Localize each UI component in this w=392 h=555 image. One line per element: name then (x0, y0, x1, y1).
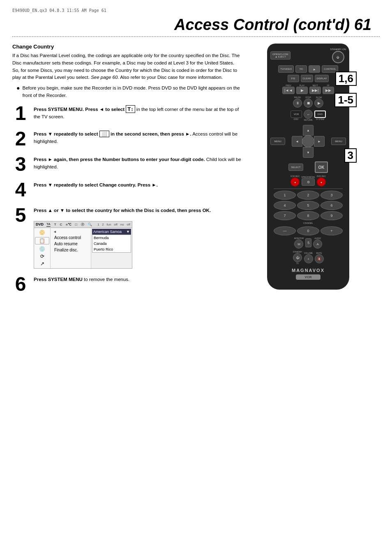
remote-vol-row: MONITOR M 5 AUDIO A (270, 237, 346, 249)
audio-button[interactable]: A (313, 240, 322, 249)
vol-group: VOLUME + (304, 252, 313, 263)
step-4: 4 Press ▼ repeatedly to select Change co… (12, 180, 242, 200)
display-button[interactable]: DISPLAY (315, 75, 329, 82)
step-5: 5 Press ▲ or ▼ to select the country for… (12, 205, 242, 269)
ff-button[interactable]: ▶▶ (323, 87, 334, 94)
screen-tab-ta: TA (46, 222, 51, 227)
ok-button[interactable]: OK (315, 161, 328, 173)
screen-top-bar: DVD TA T C n℃ □ Ⓟ 🔍 1 2 fun off no off (34, 221, 132, 228)
prev-button[interactable]: |◄◄ (282, 87, 295, 94)
d-pad-up-button[interactable]: ▲ (303, 125, 314, 136)
vcr-button[interactable]: VCR (291, 111, 302, 118)
d-pad-left-button[interactable]: ◄ (292, 136, 302, 147)
dvd-rec-button[interactable]: ● (317, 177, 326, 187)
remote-power-group: STANDBY·ON ⏻ (330, 48, 346, 63)
step-2-number: 2 (12, 129, 29, 149)
num-4-button[interactable]: 4 (274, 201, 296, 210)
screen-selected-country: American Samoa (93, 230, 122, 234)
screen-country-bermuda: Bermuda (92, 235, 131, 241)
screen-menu-access-control: Access control (53, 235, 88, 241)
step-6-text: Press SYSTEM MENU to remove the menus. (34, 274, 129, 283)
standby-button[interactable]: ⏻ (293, 253, 302, 262)
screen-dropdown-header: American Samoa ▼ (92, 229, 131, 235)
menu-left-button[interactable]: MENU (270, 138, 285, 145)
remote-model-label: VCR (296, 274, 321, 280)
num-8-button[interactable]: 8 (297, 211, 319, 220)
monitor-button[interactable]: M (294, 240, 303, 249)
stop-button[interactable]: ⏹ (304, 99, 313, 108)
play-center-button[interactable]: ▶ (309, 65, 320, 73)
bullet-icon: ● (16, 85, 20, 99)
slow-button[interactable]: ▶ (314, 99, 323, 108)
return-group: ↩ RETURN (304, 110, 313, 121)
play-group: PLAY ▶ (296, 84, 308, 94)
d-pad-center (302, 135, 314, 147)
screen-arrow-indicator: ◄ (53, 230, 88, 234)
num-1-button[interactable]: 1 (274, 191, 296, 200)
vcr-rec-button[interactable]: ● (291, 177, 300, 187)
step-4-number: 4 (12, 180, 29, 200)
d-pad: ▲ ◄ ► ▼ (292, 125, 325, 158)
num-dash-button[interactable]: — (274, 226, 296, 235)
menu-right-button[interactable]: MENU (331, 138, 346, 145)
pause-button[interactable]: ⏸ (293, 99, 302, 108)
bullet-text: Before you begin, make sure the Recorder… (22, 85, 242, 99)
num-2-button[interactable]: 2 (297, 191, 319, 200)
tc-button[interactable]: T/C (295, 65, 307, 73)
power-button[interactable]: ⏻ (332, 51, 344, 63)
return-button[interactable]: ↩ (304, 110, 313, 119)
screen-dvd-icon: DVD (36, 222, 44, 226)
select-button[interactable]: SELECT (288, 164, 303, 171)
screen-tab-t: T (54, 223, 56, 226)
num-pad-2: — 0 + (274, 226, 343, 235)
dvd-button[interactable]: DVD (314, 111, 326, 118)
num-6-button[interactable]: 6 (321, 201, 343, 210)
screen-menu-finalize-disc: Finalize disc. (53, 247, 88, 253)
screen-dropdown-list: Bermuda Canada Puerto Rico (92, 235, 131, 253)
step-1: 1 Press SYSTEM MENU. Press ◄ to select T… (12, 104, 242, 123)
remote-rec-row: VCR REC ● SPEED/MODE ⚙ DVD REC ● (270, 175, 346, 187)
screen-sidebar: 📀 📋 💿 ⟳ ↗ (34, 228, 51, 268)
prev-group: PREV |◄◄ (282, 84, 295, 94)
num-plus-button[interactable]: + (321, 226, 343, 235)
remote-channel-row: CHANNEL (270, 222, 346, 224)
fis-button[interactable]: FIS (288, 75, 299, 82)
remote-fis-row: FIS CLEAR DISPLAY (270, 75, 346, 82)
open-close-button[interactable]: OPEN/CLOSE▲ EJECT (270, 51, 291, 60)
vol-button[interactable]: + (304, 254, 313, 263)
screen-menu-auto-resume: Auto resume (53, 241, 88, 247)
content-area: Change Country If a Disc has Parental Le… (12, 44, 380, 300)
d-pad-down-button[interactable]: ▼ (303, 147, 314, 158)
screen-sidebar-disc-icon: 💿 (35, 246, 49, 252)
num-5-2-button[interactable]: 5 (305, 238, 311, 247)
next-group: NEXT ▶▶| (309, 84, 321, 94)
step-5-text: Press ▲ or ▼ to select the country for w… (34, 205, 211, 214)
screen-body: 📀 📋 💿 ⟳ ↗ ◄ Access c (34, 228, 132, 268)
num-3-button[interactable]: 3 (321, 191, 343, 200)
d-pad-right-button[interactable]: ► (314, 136, 325, 147)
play-button[interactable]: ▶ (296, 87, 308, 94)
clear-button[interactable]: CLEAR (301, 75, 313, 82)
system-label: SYSTEM (316, 118, 325, 120)
screen-sidebar-arrow-icon: ↗ (35, 261, 49, 267)
remote-open-close-group: OPEN/CLOSE▲ EJECT (270, 51, 328, 60)
step-6-number: 6 (12, 274, 29, 294)
remote-brand-label: MAGNAVOX (270, 268, 346, 273)
next-button[interactable]: ▶▶| (309, 87, 321, 94)
vcr-rec-group: VCR REC ● (291, 175, 300, 187)
mute-button[interactable]: 🔇 (315, 254, 324, 263)
speed-button[interactable]: ⚙ (302, 178, 315, 186)
num-0-button[interactable]: 0 (297, 226, 319, 235)
ff-group: FF ▶▶ (323, 84, 334, 94)
step-5-content: Press ▲ or ▼ to select the country for w… (34, 205, 211, 269)
menu-left-group: MENU (270, 138, 285, 145)
left-column: Change Country If a Disc has Parental Le… (12, 44, 242, 300)
screen-sub-tabs: 1 2 fun off no off (93, 223, 130, 226)
num-9-button[interactable]: 9 (321, 211, 343, 220)
num-7-button[interactable]: 7 (274, 211, 296, 220)
screen-tab-box: □ (75, 223, 77, 226)
num-5-button[interactable]: 5 (297, 201, 319, 210)
step-5-number: 5 (12, 205, 29, 225)
tv-video-button[interactable]: TV/VIDEO (278, 65, 294, 73)
callout-1-6: 1,6 (335, 71, 357, 86)
